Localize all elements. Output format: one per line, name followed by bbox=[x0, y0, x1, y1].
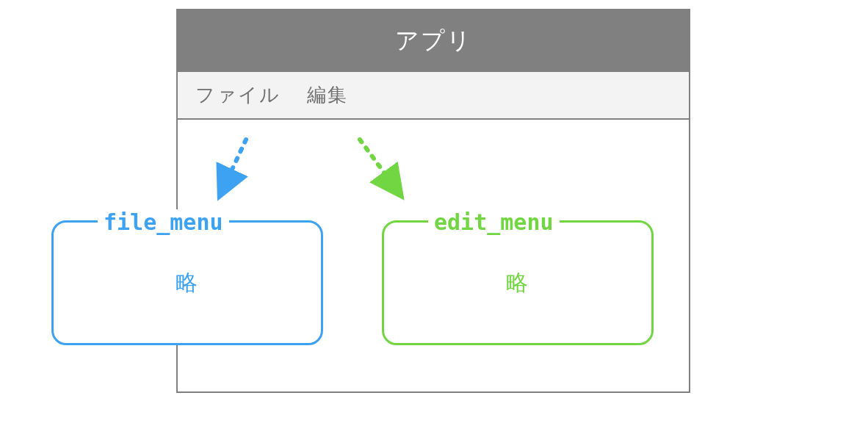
window-titlebar: アプリ bbox=[178, 10, 689, 72]
edit-menu-box: edit_menu 略 bbox=[382, 220, 654, 345]
window-title: アプリ bbox=[395, 27, 472, 54]
file-menu-content: 略 bbox=[176, 268, 199, 298]
file-menu-legend: file_menu bbox=[98, 209, 229, 235]
menu-file[interactable]: ファイル bbox=[195, 82, 281, 108]
edit-menu-content: 略 bbox=[506, 268, 529, 298]
menubar: ファイル 編集 bbox=[178, 72, 689, 120]
menu-edit[interactable]: 編集 bbox=[307, 82, 348, 108]
file-menu-box: file_menu 略 bbox=[51, 220, 323, 345]
edit-menu-legend: edit_menu bbox=[428, 209, 560, 235]
